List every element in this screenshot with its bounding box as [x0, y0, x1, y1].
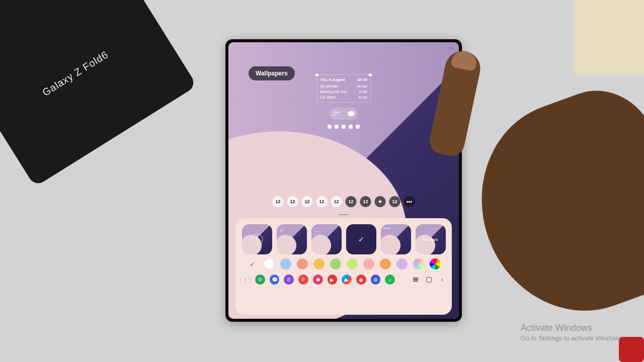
sheet-drag-handle[interactable] — [339, 214, 349, 215]
event-time: 10:00 — [358, 89, 367, 95]
color-swatch[interactable] — [396, 258, 408, 269]
shortcut-icons-row[interactable] — [328, 125, 360, 129]
clock-style-option[interactable]: 12 — [360, 196, 371, 207]
event-time: 01:00 — [358, 95, 367, 100]
dock-row: ⋮⋮⋮ ✆ 💬 ✆ F ✽ ▶ ▶ ◉ ⚙ ♪ ‹ — [240, 274, 447, 285]
wallpapers-button[interactable]: Wallpapers — [249, 66, 295, 80]
cloud-icon — [348, 111, 355, 116]
widget-time: 10:43 — [357, 77, 367, 83]
color-swatch[interactable] — [297, 258, 308, 269]
analog-clock-icon — [251, 233, 264, 246]
color-swatch[interactable] — [264, 258, 275, 269]
lockscreen-template[interactable]: 10:43 — [381, 224, 411, 254]
watermark-subtitle: Go to Settings to activate Windows. — [521, 334, 624, 342]
phone-app-icon[interactable]: ✆ — [255, 275, 265, 285]
apps-drawer-icon[interactable]: ⋮⋮⋮ — [240, 275, 251, 285]
color-swatch[interactable] — [330, 258, 341, 269]
lockscreen-template[interactable]: — —— —— — — [311, 224, 342, 254]
color-swatch[interactable] — [363, 258, 374, 269]
clock-style-option[interactable]: 12 — [302, 196, 313, 207]
shortcut-icon[interactable] — [328, 125, 332, 129]
lockscreen-template-selected[interactable] — [346, 224, 376, 254]
arrow-icon: ↗ — [279, 228, 304, 233]
lockscreen-template[interactable]: ↗ — [277, 224, 307, 254]
clock-style-option[interactable]: 12 — [273, 196, 284, 207]
clock-style-option[interactable]: 12 — [331, 196, 342, 207]
color-swatch[interactable] — [280, 258, 291, 269]
color-swatch[interactable] — [347, 258, 358, 269]
youtube-app-icon[interactable]: ▶ — [328, 275, 338, 285]
lockscreen-template[interactable] — [242, 224, 272, 254]
widget-date: Thu, 8 August — [320, 77, 345, 83]
svg-line-2 — [257, 239, 260, 240]
nav-recents-button[interactable] — [411, 275, 420, 284]
clock-style-option[interactable]: 12 — [287, 196, 298, 207]
clock-style-option[interactable]: 12 — [346, 196, 357, 207]
watermark-title: Activate Windows — [521, 323, 624, 333]
color-swatch[interactable] — [313, 258, 325, 269]
event-time: All day — [357, 83, 367, 89]
settings-app-icon[interactable]: ⚙ — [371, 275, 381, 285]
hand-index-finger — [427, 48, 484, 158]
chat-app-icon[interactable]: 💬 — [270, 275, 280, 285]
shortcut-icon[interactable] — [342, 125, 346, 129]
color-swatch-row: ✓ — [240, 258, 447, 269]
color-swatch[interactable] — [380, 258, 391, 269]
play-store-icon[interactable]: ▶ — [342, 275, 352, 285]
event-title: Car Wash — [320, 95, 336, 100]
clock-style-option[interactable]: 12 — [316, 196, 328, 207]
weather-widget[interactable]: Olkari 17° — [330, 108, 358, 120]
viber-app-icon[interactable]: ✆ — [284, 275, 294, 285]
product-box — [0, 0, 197, 187]
weather-temp: 17° — [333, 114, 341, 117]
windows-activation-watermark: Activate Windows Go to Settings to activ… — [521, 323, 624, 342]
template-row: ↗ — —— —— — 10:43 No clock — [240, 224, 447, 254]
color-selected-check[interactable]: ✓ — [247, 258, 258, 269]
lockscreen-calendar-widget[interactable]: Thu, 8 August 10:43 My birthday All day … — [316, 74, 371, 103]
clock-style-option[interactable]: ✦ — [375, 196, 386, 207]
calendar-preview-icon: — —— —— — — [314, 227, 339, 236]
shortcut-icon[interactable] — [349, 125, 353, 129]
template-hint: 10:43 — [383, 227, 409, 230]
flipboard-app-icon[interactable]: F — [298, 275, 308, 285]
shortcut-icon[interactable] — [356, 125, 360, 129]
user-hand — [423, 45, 604, 327]
shortcut-icon[interactable] — [335, 125, 339, 129]
clock-style-option[interactable]: 12 — [389, 196, 400, 207]
hand-palm — [453, 74, 644, 338]
spotify-app-icon[interactable]: ♪ — [385, 275, 395, 285]
galaxy-store-icon[interactable]: ✽ — [313, 275, 323, 285]
clock-style-more[interactable]: ••• — [404, 196, 415, 207]
customization-sheet: ↗ — —— —— — 10:43 No clock ✓ — [235, 218, 452, 315]
event-title: Meeting with Sue — [320, 89, 347, 95]
ytmusic-app-icon[interactable]: ◉ — [356, 275, 366, 285]
event-title: My birthday — [320, 83, 338, 89]
clock-style-selector: 12 12 12 12 12 12 12 ✦ 12 ••• — [273, 196, 415, 207]
